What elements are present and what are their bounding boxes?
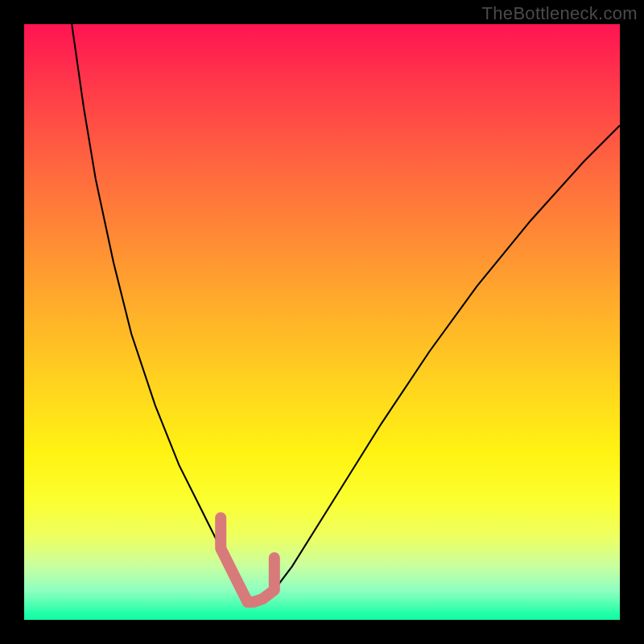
optimum-marker <box>221 518 275 602</box>
watermark-text: TheBottleneck.com <box>482 3 638 24</box>
curve-overlay <box>24 24 620 620</box>
plot-area <box>24 24 620 620</box>
bottleneck-curve <box>72 24 620 602</box>
chart-frame: TheBottleneck.com <box>0 0 644 644</box>
